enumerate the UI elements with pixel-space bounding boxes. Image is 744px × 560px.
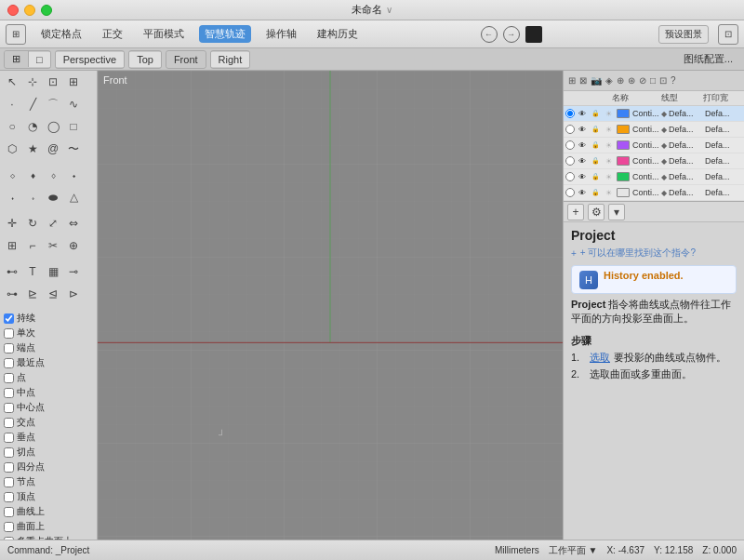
layer-lock-1[interactable]: 🔒 <box>590 124 601 135</box>
tool-rotate[interactable]: ↻ <box>22 213 43 233</box>
tool-select2[interactable]: ⊹ <box>22 72 43 92</box>
tool-spiral[interactable]: @ <box>43 139 63 159</box>
snap-checkbox-15[interactable] <box>4 537 14 540</box>
layer-radio-0[interactable] <box>565 109 575 118</box>
layer-sun-5[interactable]: ☀ <box>603 187 614 198</box>
toolbar-smart-track[interactable]: 智慧轨迹 <box>199 25 251 43</box>
tool-analysis[interactable]: ⊶ <box>2 284 22 304</box>
layer-settings-btn[interactable]: ⚙ <box>588 204 604 220</box>
layer-sun-3[interactable]: ☀ <box>603 155 614 167</box>
layer-row-1[interactable]: 👁🔒☀Conti...◆Defa...Defa... <box>564 122 744 138</box>
snap-checkbox-6[interactable] <box>4 403 14 413</box>
layer-radio-3[interactable] <box>565 156 575 166</box>
layer-color-1[interactable] <box>617 125 630 134</box>
toolbar-right-icon[interactable]: ⊡ <box>718 24 738 45</box>
step-1-link[interactable]: 选取 <box>590 351 610 365</box>
tool-render[interactable]: ⊵ <box>22 284 43 304</box>
layer-color-3[interactable] <box>617 156 630 166</box>
layer-eye-2[interactable]: 👁 <box>577 140 588 151</box>
snap-checkbox-11[interactable] <box>4 477 14 487</box>
snap-checkbox-13[interactable] <box>4 507 14 517</box>
layer-lock-2[interactable]: 🔒 <box>590 140 601 151</box>
layer-lock-3[interactable]: 🔒 <box>590 155 601 167</box>
layer-icon-6[interactable]: ⊛ <box>627 74 636 87</box>
layer-icon-3[interactable]: 📷 <box>590 74 603 87</box>
tool-polygon[interactable]: ⬡ <box>2 139 22 159</box>
layer-eye-3[interactable]: 👁 <box>577 155 588 167</box>
tool-hatch[interactable]: ▦ <box>43 261 63 282</box>
snap-checkbox-9[interactable] <box>4 447 14 458</box>
layer-icon-10[interactable]: ? <box>670 74 677 87</box>
layer-color-5[interactable] <box>617 188 630 197</box>
tool-mirror[interactable]: ⇔ <box>63 213 84 233</box>
tool-window[interactable]: ⊞ <box>63 72 84 92</box>
toolbar-lock-grid[interactable]: 锁定格点 <box>35 25 87 43</box>
layer-icon-1[interactable]: ⊞ <box>567 74 577 87</box>
tool-point[interactable]: · <box>2 94 22 114</box>
tool-circle[interactable]: ○ <box>2 116 22 137</box>
layer-radio-2[interactable] <box>565 140 575 150</box>
layer-radio-4[interactable] <box>565 172 575 181</box>
color-swatch[interactable] <box>525 26 542 43</box>
snap-checkbox-10[interactable] <box>4 462 14 473</box>
layer-sun-1[interactable]: ☀ <box>603 124 614 135</box>
tool-cylinder[interactable]: ⬬ <box>43 187 63 207</box>
tool-fillet[interactable]: ⌐ <box>22 235 43 256</box>
command-expand-row[interactable]: + + 可以在哪里找到这个指令? <box>564 245 744 261</box>
tool-loft[interactable]: ⬧ <box>22 165 43 185</box>
snap-checkbox-1[interactable] <box>4 328 14 339</box>
snap-checkbox-2[interactable] <box>4 343 14 353</box>
layer-icon-5[interactable]: ⊕ <box>616 74 625 87</box>
add-layer-btn[interactable]: + <box>567 204 584 220</box>
tool-star[interactable]: ★ <box>22 139 43 159</box>
layer-eye-5[interactable]: 👁 <box>577 187 588 198</box>
tool-cone[interactable]: △ <box>63 187 84 207</box>
tool-surface[interactable]: ⬦ <box>2 165 22 185</box>
layer-icon-2[interactable]: ⊠ <box>578 74 588 87</box>
layer-color-2[interactable] <box>617 140 630 150</box>
toolbar-history[interactable]: 建构历史 <box>312 25 364 43</box>
layer-lock-0[interactable]: 🔒 <box>590 108 601 119</box>
snap-checkbox-3[interactable] <box>4 358 14 368</box>
layer-icon-7[interactable]: ⊘ <box>638 74 647 87</box>
tool-dim[interactable]: ⊷ <box>2 261 22 282</box>
layer-radio-1[interactable] <box>565 125 575 134</box>
tool-mesh[interactable]: ⬩ <box>63 165 84 185</box>
layer-icon-4[interactable]: ◈ <box>604 74 614 87</box>
snap-checkbox-7[interactable] <box>4 418 14 428</box>
tool-polyline[interactable]: ⌒ <box>43 94 63 114</box>
tool-extras[interactable]: ⊳ <box>63 284 84 304</box>
toolbar-ortho[interactable]: 正交 <box>97 25 128 43</box>
snap-checkbox-12[interactable] <box>4 492 14 502</box>
layer-lock-4[interactable]: 🔒 <box>590 171 601 182</box>
tool-text[interactable]: T <box>22 261 43 282</box>
tool-sphere[interactable]: ⬫ <box>22 187 43 207</box>
viewport[interactable]: Front ┘ <box>98 71 563 540</box>
snap-checkbox-8[interactable] <box>4 433 14 443</box>
layer-radio-5[interactable] <box>565 188 575 197</box>
tab-front[interactable]: Front <box>166 52 206 67</box>
layer-color-4[interactable] <box>617 172 630 181</box>
minimize-button[interactable] <box>24 5 35 16</box>
arrow-left-btn[interactable]: ← <box>481 26 498 43</box>
layer-row-4[interactable]: 👁🔒☀Conti...◆Defa...Defa... <box>564 169 744 185</box>
tool-3d1[interactable]: ⬨ <box>43 165 63 185</box>
tool-rect[interactable]: □ <box>63 116 84 137</box>
layer-row-3[interactable]: 👁🔒☀Conti...◆Defa...Defa... <box>564 153 744 169</box>
tool-ellipse[interactable]: ◯ <box>43 116 63 137</box>
tool-scale[interactable]: ⤢ <box>43 213 63 233</box>
layer-eye-4[interactable]: 👁 <box>577 171 588 182</box>
layer-dropdown-btn[interactable]: ▾ <box>608 204 625 220</box>
toolbar-grid-icon[interactable]: ⊞ <box>6 24 26 45</box>
snap-checkbox-5[interactable] <box>4 388 14 398</box>
maximize-button[interactable] <box>41 5 52 16</box>
viewport-icon-2[interactable]: □ <box>29 52 50 67</box>
tab-right[interactable]: Right <box>211 52 250 67</box>
snap-checkbox-0[interactable] <box>4 313 14 324</box>
toolbar-gumball[interactable]: 操作轴 <box>260 25 302 43</box>
viewport-icon-1[interactable]: ⊞ <box>5 51 29 67</box>
tool-line[interactable]: ╱ <box>22 94 43 114</box>
tool-freeform[interactable]: 〜 <box>63 139 84 159</box>
layer-row-0[interactable]: 👁🔒☀Conti...◆Defa...Defa... <box>564 106 744 122</box>
layer-sun-4[interactable]: ☀ <box>603 171 614 182</box>
